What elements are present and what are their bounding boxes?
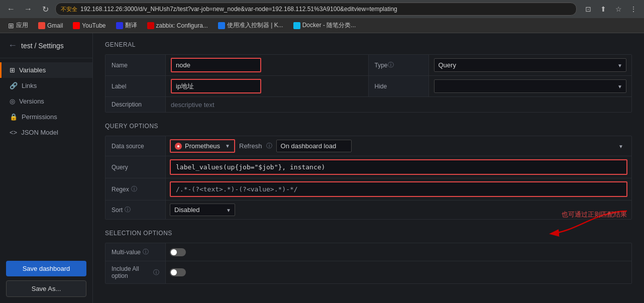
back-btn[interactable]: ←	[4, 2, 18, 16]
sort-select-wrap: Disabled	[170, 204, 235, 216]
multi-value-toggle[interactable]	[170, 248, 186, 256]
sidebar-title: test / Settings	[21, 42, 64, 50]
regex-label: Regex ⓘ	[105, 178, 166, 200]
sidebar-item-label: Versions	[19, 97, 44, 105]
browser-bar: ← → ↻ 不安全 192.168.112.26:3000/d/v_NHUsh7…	[0, 0, 644, 18]
bookmark-zabbix[interactable]: zabbix: Configura...	[143, 21, 212, 31]
url-text: 192.168.112.26:3000/d/v_NHUsh7z/test?var…	[80, 6, 397, 13]
name-label: Name	[105, 55, 166, 75]
refresh-select-wrap: On dashboard load	[276, 140, 627, 152]
sidebar-header: ← test / Settings	[0, 33, 92, 58]
json-icon: <>	[10, 129, 17, 136]
datasource-select[interactable]: ● Prometheus ▼	[170, 139, 235, 153]
query-value-cell	[166, 156, 631, 178]
multi-value-info-icon: ⓘ	[143, 248, 149, 256]
refresh-btn[interactable]: ↻	[38, 2, 52, 16]
datasource-row: Data source ● Prometheus ▼ Refresh ⓘ	[105, 136, 631, 156]
url-bar[interactable]: 不安全 192.168.112.26:3000/d/v_NHUsh7z/test…	[55, 3, 577, 16]
k8s-icon	[218, 22, 225, 29]
selection-grid: Multi-value ⓘ Include All option ⓘ	[105, 243, 632, 284]
menu-btn[interactable]: ⋮	[627, 3, 640, 16]
share-btn[interactable]: ⬆	[597, 3, 610, 16]
query-options-title: Query Options	[105, 123, 632, 130]
annotation-text: 也可通过正则匹配结果	[562, 210, 627, 219]
label-hide-row: Label Hide	[105, 76, 631, 97]
query-options-section: Query Options Data source ● Prometheus ▼	[105, 123, 632, 220]
include-all-cell	[166, 261, 631, 283]
refresh-label: Refresh	[239, 142, 262, 150]
sidebar-item-variables[interactable]: ⊞ Variables	[0, 62, 92, 78]
name-type-row: Name Type ⓘ Query	[105, 55, 631, 76]
versions-icon: ◎	[10, 97, 15, 105]
type-value-cell: Query	[429, 55, 632, 75]
label-label: Label	[105, 76, 166, 96]
hide-select-wrap	[434, 79, 627, 93]
include-all-label: Include All option ⓘ	[105, 261, 166, 283]
datasource-name: Prometheus	[185, 142, 220, 150]
youtube-label: YouTube	[82, 22, 105, 29]
bookmark-apps[interactable]: ⊞ 应用	[4, 20, 32, 31]
variables-icon: ⊞	[10, 66, 15, 74]
selection-section: Selection options Multi-value ⓘ	[105, 230, 632, 284]
sidebar-item-label: Variables	[19, 66, 46, 74]
bookmark-k8s[interactable]: 使用准入控制器 | K...	[214, 20, 287, 31]
type-select-wrap: Query	[434, 58, 627, 72]
refresh-select[interactable]: On dashboard load	[276, 140, 352, 152]
multi-value-row: Multi-value ⓘ	[105, 243, 631, 261]
content-area: General Name Type ⓘ Query	[93, 33, 644, 303]
bookmark-gmail[interactable]: Gmail	[34, 21, 67, 31]
include-all-info-icon: ⓘ	[153, 268, 159, 277]
label-input[interactable]	[171, 79, 261, 93]
hide-select[interactable]	[434, 79, 627, 93]
sidebar-item-links[interactable]: 🔗 Links	[0, 78, 92, 93]
sidebar-item-permissions[interactable]: 🔒 Permissions	[0, 109, 92, 125]
selection-section-title: Selection options	[105, 230, 632, 237]
sidebar-item-label: Permissions	[22, 113, 57, 121]
description-label: Description	[105, 97, 166, 112]
type-select[interactable]: Query	[434, 58, 627, 72]
save-dashboard-button[interactable]: Save dashboard	[6, 261, 86, 276]
query-grid: Data source ● Prometheus ▼ Refresh ⓘ	[105, 136, 632, 220]
regex-input[interactable]	[170, 181, 627, 197]
datasource-label: Data source	[105, 136, 166, 156]
hide-label: Hide	[369, 76, 429, 96]
sort-select[interactable]: Disabled	[170, 204, 235, 216]
back-to-dashboard-btn[interactable]: ←	[8, 40, 17, 51]
prometheus-icon: ●	[175, 143, 182, 150]
translate-icon	[116, 22, 123, 29]
links-icon: 🔗	[10, 82, 18, 89]
security-warning: 不安全	[61, 6, 77, 13]
description-value-cell: descriptive text	[166, 97, 631, 112]
content-wrapper: General Name Type ⓘ Query	[105, 41, 632, 284]
name-input[interactable]	[171, 58, 261, 72]
bookmark-docker[interactable]: Docker - 随笔分类...	[289, 20, 360, 31]
label-value-cell	[166, 76, 369, 96]
sidebar-item-label: JSON Model	[21, 129, 58, 136]
youtube-icon	[73, 22, 80, 29]
refresh-info-icon: ⓘ	[266, 142, 272, 150]
type-label: Type ⓘ	[369, 55, 429, 75]
bookmark-youtube[interactable]: YouTube	[69, 21, 110, 31]
datasource-value-cell: ● Prometheus ▼ Refresh ⓘ On dashboard lo…	[166, 136, 631, 156]
regex-info-icon: ⓘ	[131, 185, 137, 193]
sidebar-item-versions[interactable]: ◎ Versions	[0, 93, 92, 109]
forward-btn[interactable]: →	[21, 2, 35, 16]
name-value-cell	[166, 55, 369, 75]
sidebar: ← test / Settings ⊞ Variables 🔗 Links ◎ …	[0, 33, 93, 303]
regex-row: Regex ⓘ	[105, 178, 631, 200]
screenshot-btn[interactable]: ⊡	[582, 3, 595, 16]
main-layout: ← test / Settings ⊞ Variables 🔗 Links ◎ …	[0, 33, 644, 303]
browser-actions: ⊡ ⬆ ☆ ⋮	[582, 3, 640, 16]
sidebar-item-json-model[interactable]: <> JSON Model	[0, 125, 92, 140]
bookmark-btn[interactable]: ☆	[612, 3, 625, 16]
sort-info-icon: ⓘ	[125, 206, 131, 214]
description-row: Description descriptive text	[105, 97, 631, 112]
query-label: Query	[105, 156, 166, 178]
query-input[interactable]	[170, 159, 627, 175]
general-form: Name Type ⓘ Query	[105, 54, 632, 113]
include-all-toggle[interactable]	[170, 268, 186, 276]
multi-value-cell	[166, 243, 631, 261]
save-as-button[interactable]: Save As...	[6, 280, 86, 297]
bookmark-translate[interactable]: 翻译	[112, 20, 141, 31]
regex-value-cell	[166, 178, 631, 200]
